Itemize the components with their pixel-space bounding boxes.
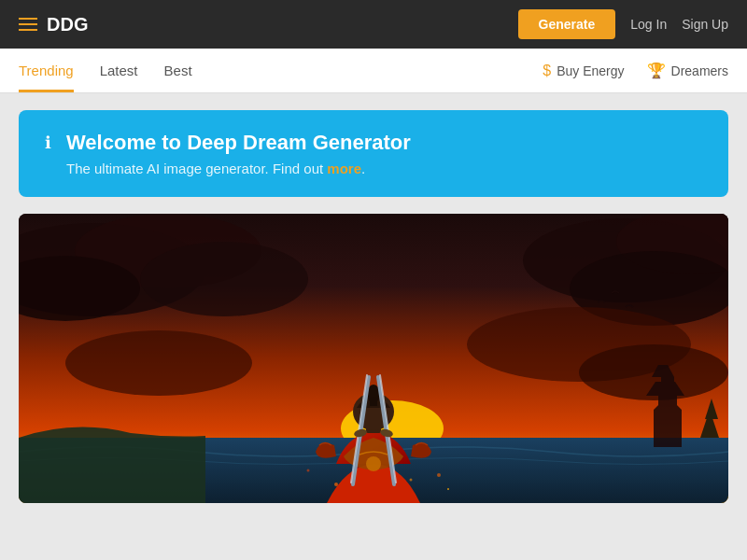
welcome-text: Welcome to Deep Dream Generator The ulti… [66,131,411,176]
header-right: Generate Log In Sign Up [518,9,728,39]
featured-image-card[interactable] [19,214,728,503]
banner-more-link[interactable]: more [327,161,361,176]
energy-icon: $ [543,63,551,79]
hamburger-icon[interactable] [19,18,37,31]
generate-button[interactable]: Generate [518,9,616,39]
svg-rect-16 [658,396,677,413]
svg-point-10 [65,330,252,396]
signup-link[interactable]: Sign Up [682,17,728,32]
login-link[interactable]: Log In [630,17,667,32]
logo-text: DDG [47,14,88,35]
nav-right: $ Buy Energy 🏆 Dreamers [543,62,728,79]
svg-point-33 [334,483,338,486]
svg-point-35 [307,469,310,472]
samurai-scene [19,214,728,503]
svg-rect-18 [661,377,674,388]
svg-point-37 [447,488,449,490]
nav-item-latest[interactable]: Latest [100,49,138,92]
svg-point-34 [410,479,413,482]
trophy-icon: 🏆 [647,62,666,79]
buy-energy-link[interactable]: $ Buy Energy [543,63,624,79]
main-content: ℹ Welcome to Deep Dream Generator The ul… [0,93,747,520]
dreamers-link[interactable]: 🏆 Dreamers [647,62,728,79]
banner-title: Welcome to Deep Dream Generator [66,131,411,155]
nav-left: Trending Latest Best [19,49,192,92]
header-left: DDG [19,14,88,35]
svg-point-22 [366,456,381,471]
svg-rect-14 [654,410,682,447]
banner-subtitle: The ultimate AI image generator. Find ou… [66,161,411,176]
main-navbar: Trending Latest Best $ Buy Energy 🏆 Drea… [0,49,747,93]
svg-point-6 [140,242,308,316]
nav-item-best[interactable]: Best [164,49,192,92]
svg-point-36 [437,473,441,477]
welcome-banner: ℹ Welcome to Deep Dream Generator The ul… [19,110,728,197]
nav-item-trending[interactable]: Trending [19,49,74,92]
info-icon: ℹ [45,133,51,153]
main-header: DDG Generate Log In Sign Up [0,0,747,49]
